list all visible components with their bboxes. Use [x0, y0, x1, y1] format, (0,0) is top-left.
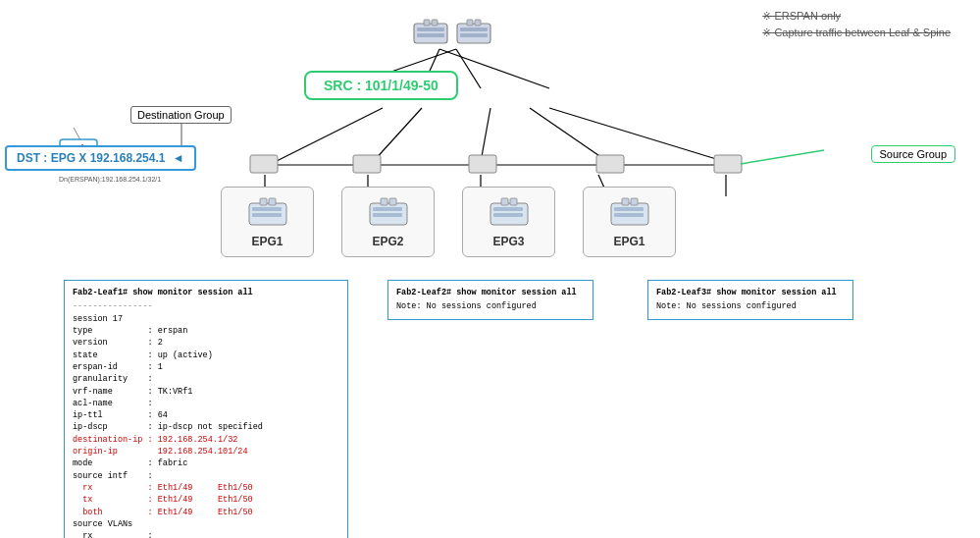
terminal-2: Fab2-Leaf2# show monitor session all Not…: [387, 280, 593, 320]
svg-rect-53: [510, 198, 517, 205]
terminal2-title: Fab2-Leaf2# show monitor session all: [396, 287, 585, 298]
svg-rect-40: [252, 207, 282, 211]
core-switch-2: [455, 18, 492, 49]
svg-rect-16: [353, 155, 381, 173]
svg-rect-47: [381, 198, 387, 205]
epg1-label: EPG1: [251, 235, 283, 248]
svg-line-8: [549, 108, 726, 162]
svg-rect-52: [501, 198, 508, 205]
src-label: SRC : 101/1/49-50: [324, 78, 438, 93]
analyzer-label: Dn(ERSPAN):192.168.254.1/32/1: [59, 176, 98, 183]
source-group-label: Source Group: [871, 145, 955, 163]
terminal2-note: Note: No sessions configured: [396, 300, 585, 312]
epg1-switch-icon: [247, 195, 288, 231]
terminal1-separator: ----------------: [73, 300, 339, 312]
svg-rect-33: [460, 27, 488, 31]
svg-rect-46: [373, 213, 402, 217]
svg-rect-34: [460, 33, 488, 37]
core-switch-1: [412, 18, 449, 49]
svg-line-20: [741, 150, 824, 164]
svg-rect-42: [260, 198, 267, 205]
dst-box: DST : EPG X 192.168.254.1 ◄: [5, 145, 196, 171]
svg-line-7: [530, 108, 608, 162]
svg-rect-50: [493, 207, 523, 211]
dest-group-text: Destination Group: [137, 109, 225, 121]
epg-box-3: EPG3: [462, 187, 555, 257]
terminal1-content: session 17 type : erspan version : 2 sta…: [73, 313, 339, 538]
source-group-text: Source Group: [880, 148, 947, 160]
epg-box-4: EPG1: [583, 187, 676, 257]
epg-container: EPG1 EPG2 EPG3: [221, 187, 676, 257]
epg2-label: EPG2: [372, 235, 403, 248]
src-box: SRC : 101/1/49-50: [304, 71, 458, 100]
terminal-3: Fab2-Leaf3# show monitor session all Not…: [647, 280, 853, 320]
svg-rect-48: [389, 198, 396, 205]
epg-box-2: EPG2: [341, 187, 435, 257]
epg4-switch-icon: [609, 195, 650, 231]
svg-rect-43: [269, 198, 276, 205]
svg-rect-57: [622, 198, 629, 205]
terminal1-title: Fab2-Leaf1# show monitor session all: [73, 287, 339, 298]
svg-line-5: [373, 108, 422, 162]
svg-rect-30: [424, 20, 430, 26]
erspan-note: ※ ERSPAN only ※ Capture traffic between …: [762, 8, 951, 40]
svg-rect-55: [614, 207, 644, 211]
svg-rect-41: [252, 213, 282, 217]
svg-line-4: [275, 108, 383, 162]
svg-rect-51: [493, 213, 523, 217]
svg-rect-58: [631, 198, 638, 205]
svg-line-1: [456, 49, 481, 88]
epg-box-1: EPG1: [221, 187, 314, 257]
svg-rect-45: [373, 207, 402, 211]
svg-line-6: [481, 108, 490, 162]
svg-rect-28: [417, 27, 444, 31]
epg2-switch-icon: [368, 195, 409, 231]
svg-rect-31: [432, 20, 438, 26]
terminal3-note: Note: No sessions configured: [656, 300, 845, 312]
erspan-line2: ※ Capture traffic between Leaf & Spine: [762, 25, 951, 41]
core-switches: [412, 18, 492, 49]
epg4-label: EPG1: [613, 235, 645, 248]
svg-rect-29: [417, 33, 444, 37]
diagram-area: ※ ERSPAN only ※ Capture traffic between …: [0, 0, 980, 538]
epg3-label: EPG3: [492, 235, 524, 248]
svg-rect-36: [475, 20, 481, 26]
terminal3-title: Fab2-Leaf3# show monitor session all: [656, 287, 845, 298]
svg-rect-15: [250, 155, 278, 173]
epg3-switch-icon: [489, 195, 530, 231]
svg-rect-17: [469, 155, 496, 173]
dst-label: DST : EPG X 192.168.254.1: [17, 151, 165, 165]
svg-rect-19: [714, 155, 742, 173]
terminal-1: Fab2-Leaf1# show monitor session all ---…: [64, 280, 348, 538]
svg-rect-56: [614, 213, 644, 217]
svg-rect-18: [596, 155, 624, 173]
dest-group-label: Destination Group: [130, 106, 232, 124]
svg-rect-35: [467, 20, 473, 26]
erspan-line1: ※ ERSPAN only: [762, 8, 951, 25]
